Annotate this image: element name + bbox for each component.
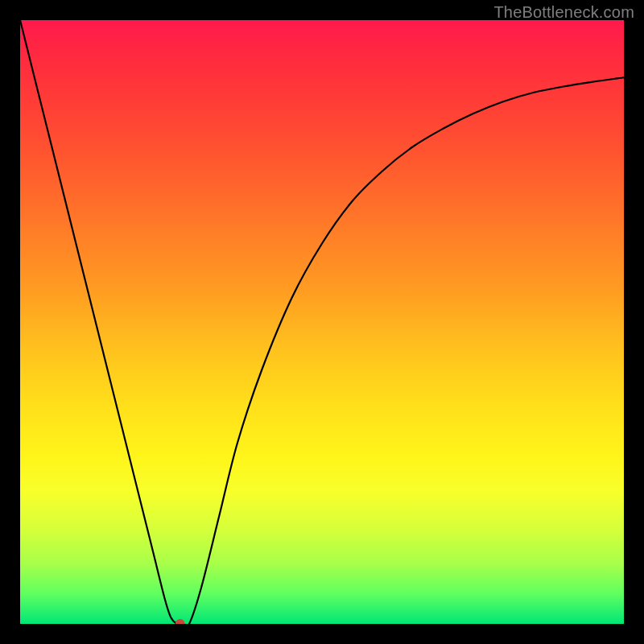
minimum-marker [175,619,185,624]
plot-area [20,20,624,624]
bottleneck-curve [20,20,624,624]
watermark-text: TheBottleneck.com [493,3,634,22]
curve-layer [20,20,624,624]
chart-frame: TheBottleneck.com [0,0,644,644]
